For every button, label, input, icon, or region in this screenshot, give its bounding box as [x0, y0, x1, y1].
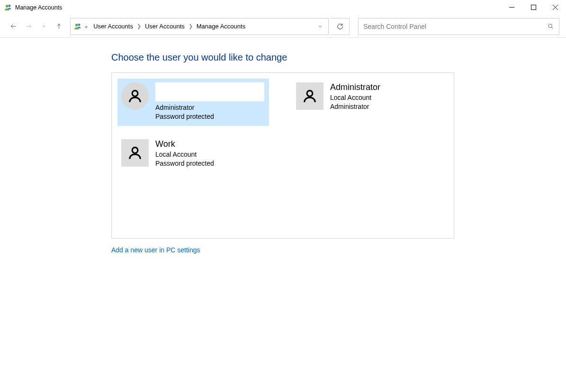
search-icon — [547, 23, 554, 30]
avatar — [121, 82, 149, 110]
title-bar: Manage Accounts — [0, 0, 566, 15]
breadcrumb-item[interactable]: User Accounts — [142, 18, 188, 35]
svg-point-0 — [6, 5, 8, 8]
account-tile[interactable]: Work Local Account Password protected — [117, 135, 269, 183]
chevron-right-icon[interactable]: ❯ — [136, 23, 142, 29]
search-input[interactable] — [363, 23, 547, 30]
svg-point-13 — [132, 90, 138, 96]
window-title: Manage Accounts — [15, 4, 62, 11]
account-status: Administrator — [330, 102, 380, 111]
account-name: Work — [155, 139, 214, 149]
search-box[interactable] — [358, 18, 559, 35]
account-name: Administrator — [330, 82, 380, 92]
maximize-button[interactable] — [522, 0, 544, 14]
avatar — [296, 82, 323, 110]
svg-point-15 — [132, 147, 138, 153]
account-status: Password protected — [155, 112, 264, 121]
refresh-button[interactable] — [331, 18, 350, 35]
chevron-right-icon[interactable]: ❯ — [188, 23, 194, 29]
svg-point-10 — [78, 24, 80, 26]
user-accounts-icon — [4, 3, 12, 12]
account-name — [155, 82, 264, 101]
close-button[interactable] — [544, 0, 566, 14]
add-user-link[interactable]: Add a new user in PC settings — [111, 246, 200, 254]
avatar — [121, 139, 149, 167]
forward-button[interactable] — [22, 20, 35, 33]
user-accounts-icon — [73, 22, 82, 31]
account-type: Local Account — [330, 93, 380, 102]
svg-point-11 — [548, 24, 552, 28]
svg-rect-3 — [531, 5, 536, 9]
minimize-button[interactable] — [501, 0, 522, 14]
main-content: Choose the user you would like to change… — [0, 38, 566, 254]
account-tile[interactable]: Administrator Local Account Administrato… — [292, 79, 444, 126]
up-button[interactable] — [52, 20, 65, 33]
accounts-panel: Administrator Password protected Adminis… — [111, 72, 454, 239]
back-button[interactable] — [7, 20, 20, 33]
breadcrumb-item[interactable]: User Accounts — [90, 18, 136, 35]
page-heading: Choose the user you would like to change — [111, 52, 566, 63]
recent-locations-button[interactable] — [37, 20, 50, 33]
breadcrumb-item[interactable]: Manage Accounts — [194, 18, 248, 35]
svg-point-14 — [307, 90, 313, 96]
breadcrumb: User Accounts ❯ User Accounts ❯ Manage A… — [90, 18, 248, 35]
svg-point-1 — [9, 5, 10, 7]
svg-point-9 — [75, 24, 78, 26]
toolbar: « User Accounts ❯ User Accounts ❯ Manage… — [0, 15, 566, 38]
account-status: Password protected — [155, 159, 214, 168]
account-tile[interactable]: Administrator Password protected — [117, 79, 269, 126]
address-bar[interactable]: « User Accounts ❯ User Accounts ❯ Manage… — [70, 18, 329, 35]
account-type: Local Account — [155, 150, 214, 159]
account-type: Administrator — [155, 103, 264, 112]
address-dropdown[interactable] — [312, 18, 328, 35]
history-chevron-icon[interactable]: « — [85, 24, 88, 29]
svg-line-12 — [551, 27, 553, 28]
